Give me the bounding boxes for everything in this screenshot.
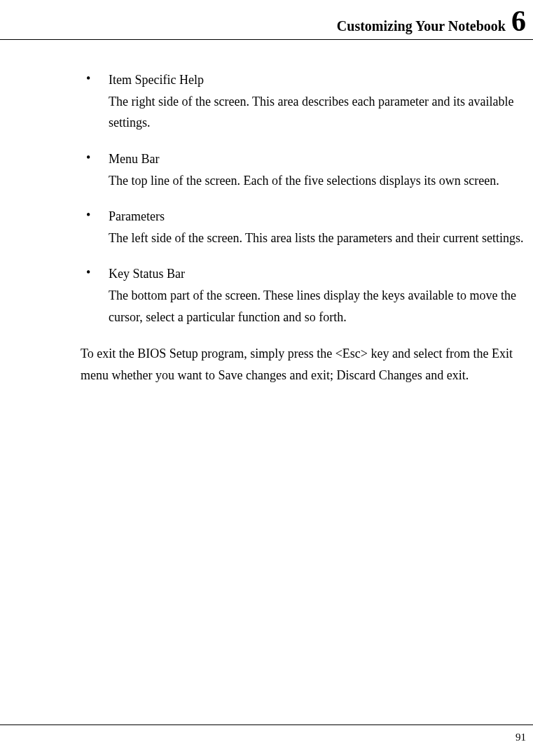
- list-item: Menu Bar The top line of the screen. Eac…: [81, 149, 526, 191]
- item-description: The right side of the screen. This area …: [109, 91, 526, 134]
- header-chapter-number: 6: [511, 8, 526, 35]
- header-title: Customizing Your Notebook: [337, 18, 506, 34]
- item-title: Menu Bar: [109, 149, 526, 170]
- item-title: Item Specific Help: [109, 70, 526, 91]
- item-description: The left side of the screen. This area l…: [109, 227, 526, 249]
- page-footer: 91: [0, 724, 533, 756]
- header-inner: Customizing Your Notebook 6: [0, 8, 533, 35]
- list-item: Key Status Bar The bottom part of the sc…: [81, 264, 526, 328]
- page-number: 91: [515, 732, 526, 743]
- page-content: Item Specific Help The right side of the…: [81, 70, 526, 386]
- closing-paragraph: To exit the BIOS Setup program, simply p…: [81, 343, 526, 386]
- list-item: Item Specific Help The right side of the…: [81, 70, 526, 134]
- item-title: Key Status Bar: [109, 264, 526, 285]
- page-header: Customizing Your Notebook 6: [0, 0, 533, 40]
- item-description: The bottom part of the screen. These lin…: [109, 285, 526, 328]
- list-item: Parameters The left side of the screen. …: [81, 206, 526, 248]
- item-title: Parameters: [109, 206, 526, 227]
- bullet-list: Item Specific Help The right side of the…: [81, 70, 526, 328]
- item-description: The top line of the screen. Each of the …: [109, 170, 526, 192]
